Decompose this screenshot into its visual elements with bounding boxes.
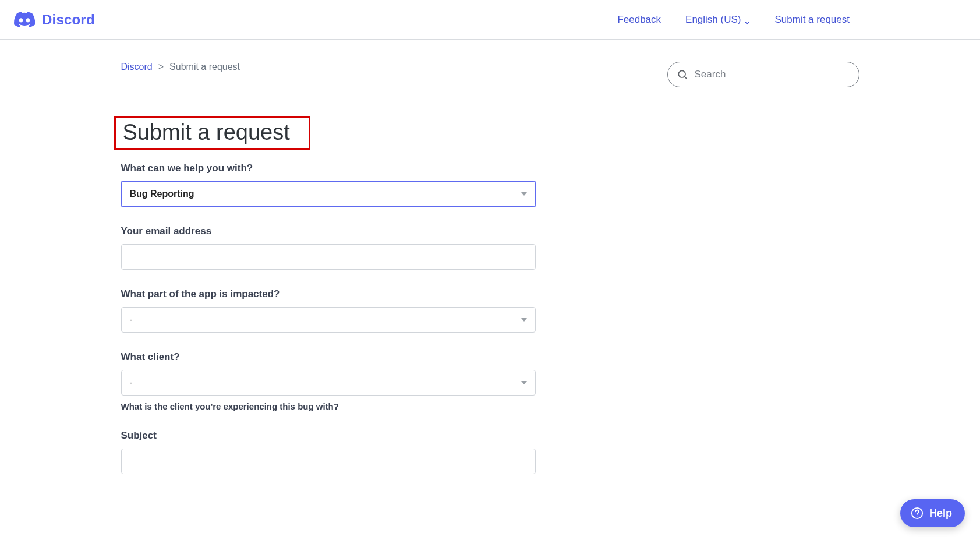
search-wrap bbox=[667, 62, 859, 87]
main-content: Submit a request What can we help you wi… bbox=[107, 87, 873, 528]
svg-point-0 bbox=[678, 70, 685, 77]
language-selector[interactable]: English (US) bbox=[685, 14, 750, 26]
request-form: What can we help you with? Bug Reporting… bbox=[121, 163, 536, 474]
page-header: Discord Feedback English (US) Submit a r… bbox=[0, 0, 980, 40]
breadcrumb-separator: > bbox=[158, 62, 164, 72]
page-title: Submit a request bbox=[114, 116, 310, 150]
breadcrumb-root[interactable]: Discord bbox=[121, 62, 153, 72]
field-client: What client? - What is the client you're… bbox=[121, 351, 536, 411]
help-fab[interactable]: Help bbox=[900, 499, 965, 527]
page-title-wrap: Submit a request bbox=[121, 120, 310, 145]
email-input[interactable] bbox=[121, 244, 536, 270]
help-client: What is the client you're experiencing t… bbox=[121, 401, 536, 411]
subject-input[interactable] bbox=[121, 449, 536, 474]
select-client-value: - bbox=[130, 377, 133, 388]
nav-feedback-label: Feedback bbox=[617, 14, 661, 26]
breadcrumb-current: Submit a request bbox=[169, 62, 240, 72]
caret-down-icon bbox=[521, 192, 527, 196]
top-nav: Feedback English (US) Submit a request bbox=[617, 14, 966, 26]
select-help-topic[interactable]: Bug Reporting bbox=[121, 181, 536, 207]
help-fab-label: Help bbox=[929, 507, 952, 520]
label-email: Your email address bbox=[121, 225, 536, 237]
field-subject: Subject bbox=[121, 430, 536, 474]
label-client: What client? bbox=[121, 351, 536, 363]
language-label: English (US) bbox=[685, 14, 741, 26]
label-help-topic: What can we help you with? bbox=[121, 163, 536, 174]
nav-submit-label: Submit a request bbox=[774, 14, 850, 26]
search-icon bbox=[677, 69, 688, 80]
search-input[interactable] bbox=[667, 62, 859, 87]
label-impacted-part: What part of the app is impacted? bbox=[121, 288, 536, 300]
brand-name: Discord bbox=[42, 12, 95, 28]
select-impacted-part-value: - bbox=[130, 315, 133, 325]
help-icon bbox=[911, 507, 924, 520]
field-help-topic: What can we help you with? Bug Reporting bbox=[121, 163, 536, 207]
brand-logo-link[interactable]: Discord bbox=[14, 12, 95, 28]
nav-feedback[interactable]: Feedback bbox=[617, 14, 661, 26]
svg-point-2 bbox=[917, 516, 917, 516]
caret-down-icon bbox=[521, 318, 527, 322]
caret-down-icon bbox=[521, 381, 527, 384]
field-impacted-part: What part of the app is impacted? - bbox=[121, 288, 536, 333]
chevron-down-icon bbox=[744, 17, 750, 23]
nav-submit-request[interactable]: Submit a request bbox=[774, 14, 850, 26]
label-subject: Subject bbox=[121, 430, 536, 442]
breadcrumb: Discord > Submit a request bbox=[121, 62, 240, 72]
select-client[interactable]: - bbox=[121, 370, 536, 396]
select-help-topic-value: Bug Reporting bbox=[130, 189, 194, 199]
select-impacted-part[interactable]: - bbox=[121, 307, 536, 333]
discord-icon bbox=[14, 12, 35, 28]
subheader: Discord > Submit a request bbox=[107, 40, 873, 87]
field-email: Your email address bbox=[121, 225, 536, 270]
